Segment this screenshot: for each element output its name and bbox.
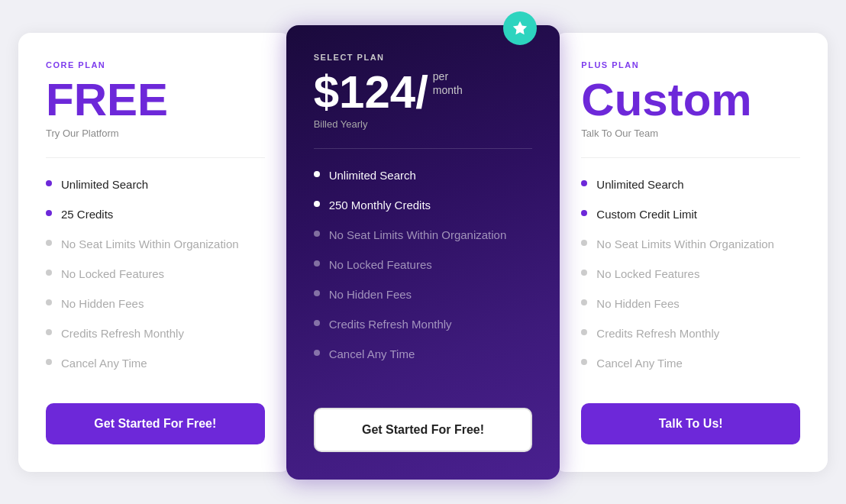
bullet-icon (581, 240, 587, 246)
core-plan-price: FREE (46, 77, 265, 123)
list-item: No Hidden Fees (581, 296, 800, 312)
list-item: Unlimited Search (314, 167, 533, 183)
list-item: No Locked Features (314, 257, 533, 273)
plus-plan-label: PLUS PLAN (581, 60, 800, 69)
list-item: Cancel Any Time (581, 355, 800, 371)
list-item: No Hidden Fees (46, 296, 265, 312)
bullet-icon (581, 270, 587, 276)
plus-cta-button[interactable]: Talk To Us! (581, 403, 800, 444)
bullet-icon (314, 320, 320, 326)
core-plan-label: CORE PLAN (46, 60, 265, 69)
plus-plan-card: PLUS PLAN Custom Talk To Our Team Unlimi… (554, 33, 828, 472)
bullet-icon (46, 359, 52, 365)
bullet-icon (314, 171, 320, 177)
bullet-icon (46, 329, 52, 335)
bullet-icon (581, 180, 587, 186)
select-plan-card: SELECT PLAN $124/ per month Billed Yearl… (286, 25, 560, 480)
list-item: No Seat Limits Within Organization (581, 236, 800, 252)
list-item: Unlimited Search (46, 176, 265, 192)
bullet-icon (581, 210, 587, 216)
select-plan-price: $124/ (314, 69, 428, 115)
bullet-icon (46, 240, 52, 246)
plus-plan-subtitle: Talk To Our Team (581, 128, 800, 158)
select-price-per: per month (433, 69, 463, 103)
bullet-icon (581, 359, 587, 365)
bullet-icon (46, 270, 52, 276)
list-item: Cancel Any Time (46, 355, 265, 371)
list-item: 250 Monthly Credits (314, 197, 533, 213)
select-price-row: $124/ per month (314, 69, 533, 115)
list-item: No Locked Features (581, 266, 800, 282)
select-features-list: Unlimited Search 250 Monthly Credits No … (314, 167, 533, 389)
pricing-container: CORE PLAN FREE Try Our Platform Unlimite… (18, 33, 828, 472)
list-item: Credits Refresh Monthly (46, 325, 265, 341)
select-billed-text: Billed Yearly (314, 118, 533, 149)
bullet-icon (46, 180, 52, 186)
core-cta-button[interactable]: Get Started For Free! (46, 403, 265, 444)
list-item: 25 Credits (46, 206, 265, 222)
list-item: Cancel Any Time (314, 346, 533, 362)
plus-plan-price: Custom (581, 77, 800, 123)
core-features-list: Unlimited Search 25 Credits No Seat Limi… (46, 176, 265, 385)
list-item: No Seat Limits Within Organization (314, 227, 533, 243)
bullet-icon (314, 201, 320, 207)
list-item: Custom Credit Limit (581, 206, 800, 222)
bullet-icon (581, 299, 587, 305)
bullet-icon (581, 329, 587, 335)
bullet-icon (46, 299, 52, 305)
select-plan-label: SELECT PLAN (314, 53, 533, 62)
featured-badge (503, 11, 537, 45)
list-item: Credits Refresh Monthly (314, 316, 533, 332)
bullet-icon (314, 231, 320, 237)
bullet-icon (46, 210, 52, 216)
bullet-icon (314, 350, 320, 356)
list-item: No Seat Limits Within Organization (46, 236, 265, 252)
list-item: Credits Refresh Monthly (581, 325, 800, 341)
bullet-icon (314, 290, 320, 296)
list-item: No Hidden Fees (314, 286, 533, 302)
bullet-icon (314, 260, 320, 267)
star-icon (512, 20, 528, 37)
core-plan-subtitle: Try Our Platform (46, 128, 265, 158)
core-plan-card: CORE PLAN FREE Try Our Platform Unlimite… (18, 33, 292, 472)
list-item: Unlimited Search (581, 176, 800, 192)
plus-features-list: Unlimited Search Custom Credit Limit No … (581, 176, 800, 385)
list-item: No Locked Features (46, 266, 265, 282)
select-cta-button[interactable]: Get Started For Free! (314, 408, 533, 452)
